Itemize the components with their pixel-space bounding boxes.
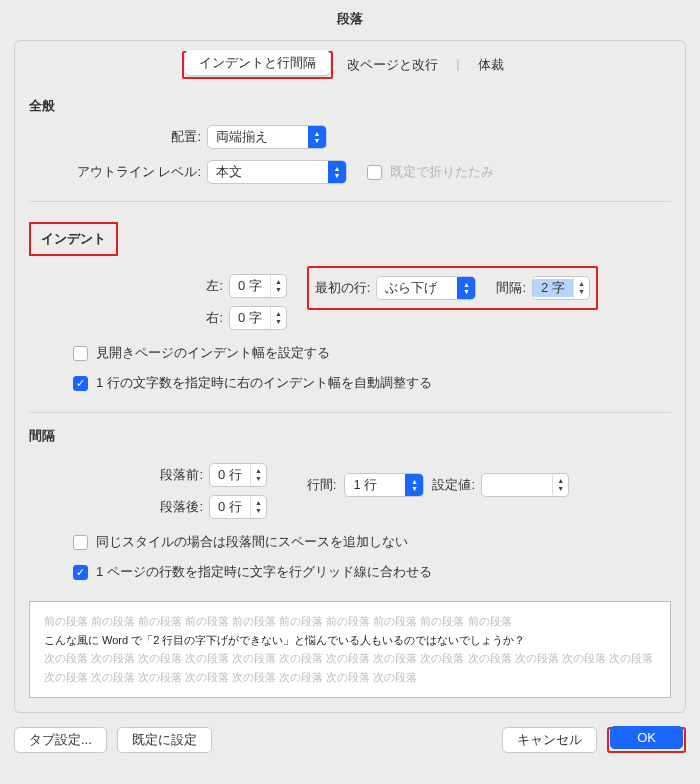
auto-indent-label: 1 行の文字数を指定時に右のインデント幅を自動調整する — [96, 374, 432, 392]
hanging-gap-value: 2 字 — [533, 279, 573, 297]
mirror-indent-checkbox[interactable] — [73, 346, 88, 361]
line-spacing-label: 行間: — [307, 476, 337, 494]
space-before-value: 0 行 — [210, 466, 250, 484]
at-value-input[interactable]: ▲▼ — [481, 473, 569, 497]
outline-label: アウトライン レベル: — [29, 163, 207, 181]
dialog-title: 段落 — [0, 0, 700, 40]
first-line-select[interactable]: ぶら下げ ▲▼ — [376, 276, 476, 300]
first-line-label: 最初の行: — [315, 279, 371, 297]
stepper-icon: ▲▼ — [573, 277, 589, 299]
tabs-button[interactable]: タブ設定... — [14, 727, 107, 753]
indent-left-input[interactable]: 0 字 ▲▼ — [229, 274, 287, 298]
stepper-icon: ▲▼ — [270, 275, 286, 297]
highlight-tab-indent: インデントと行間隔 — [182, 51, 333, 79]
hanging-gap-label: 間隔: — [496, 279, 526, 297]
line-spacing-select[interactable]: 1 行 ▲▼ — [344, 473, 424, 497]
indent-right-input[interactable]: 0 字 ▲▼ — [229, 306, 287, 330]
tab-typography[interactable]: 体裁 — [464, 51, 518, 79]
indent-right-label: 右: — [29, 309, 229, 327]
alignment-label: 配置: — [29, 128, 207, 146]
highlight-first-line-group: 最初の行: ぶら下げ ▲▼ 間隔: 2 字 ▲▼ — [307, 266, 598, 310]
first-line-value: ぶら下げ — [377, 279, 457, 297]
chevrons-icon: ▲▼ — [328, 161, 346, 183]
tab-separator: | — [452, 51, 463, 79]
cancel-button[interactable]: キャンセル — [502, 727, 597, 753]
outline-value: 本文 — [208, 163, 328, 181]
ok-button[interactable]: OK — [610, 726, 683, 749]
section-general-heading: 全般 — [29, 97, 671, 115]
fold-label: 既定で折りたたみ — [390, 163, 494, 181]
stepper-icon: ▲▼ — [250, 496, 266, 518]
chevrons-icon: ▲▼ — [308, 126, 326, 148]
preview-prev: 前の段落 前の段落 前の段落 前の段落 前の段落 前の段落 前の段落 前の段落 … — [44, 612, 656, 631]
stepper-icon: ▲▼ — [250, 464, 266, 486]
alignment-select[interactable]: 両端揃え ▲▼ — [207, 125, 327, 149]
at-value-label: 設定値: — [432, 476, 475, 494]
line-spacing-value: 1 行 — [345, 476, 405, 494]
mirror-indent-label: 見開きページのインデント幅を設定する — [96, 344, 330, 362]
section-indent-heading: インデント — [29, 222, 118, 256]
fold-checkbox — [367, 165, 382, 180]
stepper-icon: ▲▼ — [270, 307, 286, 329]
section-spacing-heading: 間隔 — [29, 427, 671, 445]
same-style-label: 同じスタイルの場合は段落間にスペースを追加しない — [96, 533, 408, 551]
outline-select[interactable]: 本文 ▲▼ — [207, 160, 347, 184]
indent-left-label: 左: — [29, 277, 229, 295]
dialog-footer: タブ設定... 既定に設定 キャンセル OK — [14, 727, 686, 753]
highlight-ok: OK — [607, 727, 686, 753]
auto-indent-checkbox[interactable]: ✓ — [73, 376, 88, 391]
hanging-gap-input[interactable]: 2 字 ▲▼ — [532, 276, 590, 300]
space-before-input[interactable]: 0 行 ▲▼ — [209, 463, 267, 487]
chevrons-icon: ▲▼ — [457, 277, 475, 299]
tab-bar: インデントと行間隔 改ページと改行 | 体裁 — [29, 51, 671, 79]
space-after-value: 0 行 — [210, 498, 250, 516]
space-before-label: 段落前: — [29, 466, 209, 484]
tab-page-break[interactable]: 改ページと改行 — [333, 51, 452, 79]
snap-grid-checkbox[interactable]: ✓ — [73, 565, 88, 580]
alignment-value: 両端揃え — [208, 128, 308, 146]
indent-right-value: 0 字 — [230, 309, 270, 327]
same-style-checkbox[interactable] — [73, 535, 88, 550]
space-after-input[interactable]: 0 行 ▲▼ — [209, 495, 267, 519]
chevrons-icon: ▲▼ — [405, 474, 423, 496]
paragraph-dialog-body: インデントと行間隔 改ページと改行 | 体裁 全般 配置: 両端揃え ▲▼ アウ… — [14, 40, 686, 713]
preview-current: こんな風に Word で「2 行目の字下げができない」と悩んでいる人もいるのでは… — [44, 631, 656, 650]
preview-box: 前の段落 前の段落 前の段落 前の段落 前の段落 前の段落 前の段落 前の段落 … — [29, 601, 671, 698]
set-default-button[interactable]: 既定に設定 — [117, 727, 212, 753]
stepper-icon: ▲▼ — [552, 474, 568, 496]
indent-left-value: 0 字 — [230, 277, 270, 295]
preview-next: 次の段落 次の段落 次の段落 次の段落 次の段落 次の段落 次の段落 次の段落 … — [44, 649, 656, 686]
tab-indent-spacing[interactable]: インデントと行間隔 — [185, 50, 330, 75]
snap-grid-label: 1 ページの行数を指定時に文字を行グリッド線に合わせる — [96, 563, 432, 581]
space-after-label: 段落後: — [29, 498, 209, 516]
